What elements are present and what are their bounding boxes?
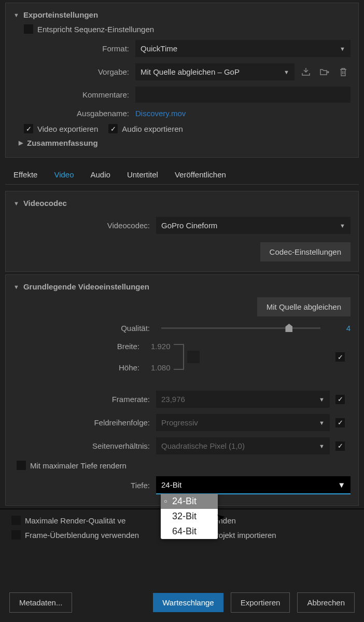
link-dimensions-toggle[interactable] xyxy=(187,351,200,363)
export-settings-header[interactable]: ▼ Exporteinstellungen xyxy=(13,8,351,21)
max-render-label: Maximale Render-Qualität ve xyxy=(25,516,125,525)
framerate-label: Framerate: xyxy=(13,395,156,404)
tab-effects[interactable]: Effekte xyxy=(5,165,46,184)
basic-video-header[interactable]: ▼ Grundlegende Videoeinstellungen xyxy=(13,280,351,293)
tab-audio[interactable]: Audio xyxy=(82,165,119,184)
match-framerate-checkbox[interactable] xyxy=(335,395,345,404)
chevron-down-icon: ▼ xyxy=(340,46,345,52)
save-preset-icon[interactable] xyxy=(299,66,313,78)
export-button[interactable]: Exportieren xyxy=(231,592,290,613)
export-audio-checkbox[interactable] xyxy=(108,124,118,133)
export-settings-title: Exporteinstellungen xyxy=(23,10,98,19)
width-label: Breite: xyxy=(13,342,146,351)
depth-select[interactable]: 24-Bit ▼ xyxy=(156,476,351,494)
tab-subtitles[interactable]: Untertitel xyxy=(119,165,166,184)
aspect-label: Seitenverhältnis: xyxy=(13,441,156,450)
output-name-label: Ausgabename: xyxy=(13,109,135,118)
chevron-down-icon: ▼ xyxy=(340,223,345,229)
export-audio-row[interactable]: Audio exportieren xyxy=(108,124,183,133)
match-sequence-checkbox[interactable] xyxy=(24,24,33,34)
match-dimensions-checkbox[interactable] xyxy=(335,352,345,362)
export-video-label: Video exportieren xyxy=(37,125,98,133)
max-render-checkbox[interactable] xyxy=(11,516,21,525)
match-sequence-row[interactable]: Entspricht Sequenz-Einstellungen xyxy=(13,21,351,37)
field-order-label: Feldreihenfolge: xyxy=(13,418,156,427)
disclosure-triangle-icon: ▼ xyxy=(13,12,19,18)
height-label: Höhe: xyxy=(13,363,146,372)
max-depth-row[interactable]: Mit maximaler Tiefe rendern xyxy=(13,458,351,473)
depth-option-32[interactable]: 32-Bit xyxy=(161,509,218,524)
format-label: Format: xyxy=(13,44,135,53)
frame-blend-label: Frame-Überblendung verwenden xyxy=(25,531,139,540)
slider-thumb-icon[interactable] xyxy=(285,324,292,332)
quality-value[interactable]: 4 xyxy=(330,324,351,333)
output-name-link[interactable]: Discovery.mov xyxy=(135,109,186,118)
export-video-row[interactable]: Video exportieren xyxy=(24,124,98,133)
match-aspect-checkbox[interactable] xyxy=(335,441,345,451)
cancel-button[interactable]: Abbrechen xyxy=(297,592,355,613)
chevron-down-icon: ▼ xyxy=(319,420,325,426)
delete-preset-icon[interactable] xyxy=(336,66,351,78)
disclosure-triangle-icon: ▼ xyxy=(13,284,19,290)
preset-select[interactable]: Mit Quelle abgleichen – GoP ▼ xyxy=(135,63,295,80)
depth-option-64[interactable]: 64-Bit xyxy=(161,524,218,539)
videocodec-title: Videocodec xyxy=(23,199,67,208)
match-field-order-checkbox[interactable] xyxy=(335,418,345,427)
chevron-down-icon: ▼ xyxy=(338,480,345,489)
comments-input[interactable] xyxy=(135,87,351,103)
width-value[interactable]: 1.920 xyxy=(146,339,176,354)
quality-label: Qualität: xyxy=(13,324,156,333)
aspect-select[interactable]: Quadratische Pixel (1,0) ▼ xyxy=(156,437,330,454)
height-value[interactable]: 1.080 xyxy=(146,360,176,375)
chevron-down-icon: ▼ xyxy=(319,443,325,449)
comments-label: Kommentare: xyxy=(13,90,135,99)
quality-slider[interactable] xyxy=(161,327,320,329)
format-select[interactable]: QuickTime ▼ xyxy=(135,40,351,57)
frame-blend-checkbox[interactable] xyxy=(11,530,21,540)
preset-label: Vorgabe: xyxy=(13,67,135,76)
max-depth-label: Mit maximaler Tiefe rendern xyxy=(30,461,127,470)
framerate-select[interactable]: 23,976 ▼ xyxy=(156,391,330,408)
videocodec-label: Videocodec: xyxy=(13,221,156,230)
match-sequence-label: Entspricht Sequenz-Einstellungen xyxy=(37,25,154,34)
depth-label: Tiefe: xyxy=(13,481,156,490)
tab-video[interactable]: Video xyxy=(46,165,82,184)
field-order-select[interactable]: Progressiv ▼ xyxy=(156,414,330,431)
max-depth-checkbox[interactable] xyxy=(17,461,26,470)
chevron-down-icon: ▼ xyxy=(284,69,289,75)
match-source-button[interactable]: Mit Quelle abgleichen xyxy=(257,297,351,316)
chevron-down-icon: ▼ xyxy=(319,396,325,403)
summary-title: Zusammenfassung xyxy=(27,139,98,147)
import-preset-icon[interactable] xyxy=(317,66,332,78)
summary-header[interactable]: ▶ Zusammenfassung xyxy=(13,136,351,149)
depth-dropdown-menu: 24-Bit 32-Bit 64-Bit xyxy=(161,494,218,539)
metadata-button[interactable]: Metadaten... xyxy=(9,592,72,613)
videocodec-select[interactable]: GoPro Cineform ▼ xyxy=(156,217,351,234)
disclosure-triangle-icon: ▶ xyxy=(19,140,23,146)
tab-publish[interactable]: Veröffentlichen xyxy=(166,165,234,184)
basic-video-title: Grundlegende Videoeinstellungen xyxy=(23,282,149,291)
export-audio-label: Audio exportieren xyxy=(122,125,183,133)
max-render-row[interactable]: Maximale Render-Qualität ve xyxy=(11,516,125,525)
frame-blend-row[interactable]: Frame-Überblendung verwenden xyxy=(11,530,139,540)
depth-option-24[interactable]: 24-Bit xyxy=(161,494,218,509)
tabs-bar: Effekte Video Audio Untertitel Veröffent… xyxy=(5,162,359,185)
queue-button[interactable]: Warteschlange xyxy=(153,593,223,612)
link-bracket-icon xyxy=(174,344,184,370)
videocodec-header[interactable]: ▼ Videocodec xyxy=(13,197,351,210)
codec-settings-button[interactable]: Codec-Einstellungen xyxy=(260,242,351,261)
disclosure-triangle-icon: ▼ xyxy=(13,200,19,206)
export-video-checkbox[interactable] xyxy=(24,124,33,133)
